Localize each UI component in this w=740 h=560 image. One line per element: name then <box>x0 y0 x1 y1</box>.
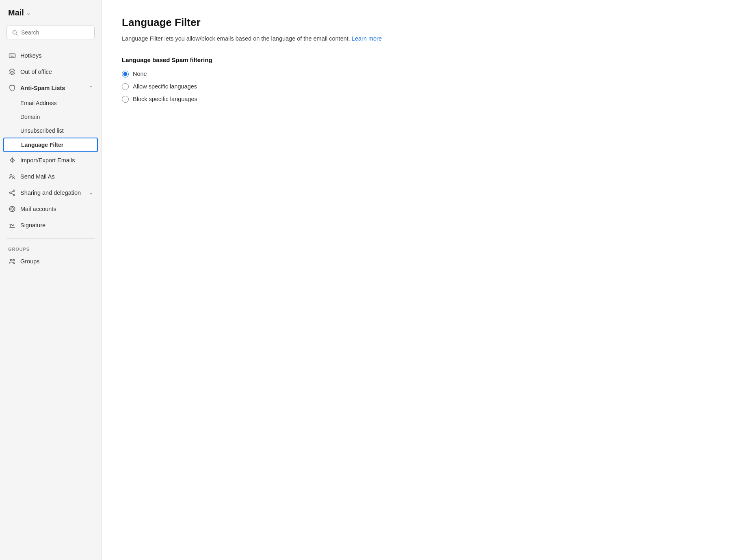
section-title: Language based Spam filtering <box>122 56 720 63</box>
groups-icon <box>8 257 16 265</box>
search-box[interactable] <box>6 26 95 39</box>
sidebar-item-signature-label: Signature <box>20 222 93 228</box>
import-export-icon <box>8 156 16 164</box>
app-title: Mail <box>8 8 24 17</box>
page-title: Language Filter <box>122 16 720 29</box>
svg-line-10 <box>11 191 13 192</box>
search-icon <box>12 30 18 36</box>
svg-line-1 <box>16 34 17 35</box>
sidebar-item-anti-spam-label: Anti-Spam Lists <box>20 85 85 91</box>
sidebar-item-email-address[interactable]: Email Address <box>0 96 101 110</box>
sidebar-item-unsubscribed-list[interactable]: Unsubscribed list <box>0 124 101 138</box>
hotkeys-icon <box>8 52 16 60</box>
sidebar-item-import-export[interactable]: Import/Export Emails <box>0 152 101 168</box>
sidebar-item-anti-spam[interactable]: Anti-Spam Lists ⌃ <box>0 80 101 96</box>
sidebar-item-send-mail-as[interactable]: Send Mail As <box>0 168 101 185</box>
radio-block-label: Block specific languages <box>133 96 197 102</box>
sidebar-item-sharing-delegation[interactable]: Sharing and delegation ⌄ <box>0 185 101 201</box>
sidebar-item-hotkeys[interactable]: Hotkeys <box>0 47 101 64</box>
learn-more-link[interactable]: Learn more <box>352 35 382 42</box>
out-of-office-icon <box>8 68 16 76</box>
radio-option-block[interactable]: Block specific languages <box>122 96 720 103</box>
sidebar-item-send-mail-as-label: Send Mail As <box>20 173 93 180</box>
svg-line-11 <box>11 193 13 194</box>
sidebar-item-domain[interactable]: Domain <box>0 110 101 124</box>
sidebar-item-mail-accounts-label: Mail accounts <box>20 206 93 212</box>
sidebar-item-hotkeys-label: Hotkeys <box>20 52 93 59</box>
signature-icon <box>8 221 16 229</box>
sidebar-item-out-of-office[interactable]: Out of office <box>0 64 101 80</box>
sidebar: Mail ⌄ Hotkeys Out of office <box>0 0 102 560</box>
radio-allow[interactable] <box>122 83 129 90</box>
radio-block[interactable] <box>122 96 129 103</box>
anti-spam-expand-icon[interactable]: ⌃ <box>89 85 93 91</box>
svg-point-20 <box>11 259 13 261</box>
mail-accounts-icon <box>8 205 16 213</box>
svg-point-21 <box>13 259 15 261</box>
svg-point-5 <box>10 174 12 176</box>
svg-rect-2 <box>9 54 15 58</box>
sharing-delegation-arrow-icon[interactable]: ⌄ <box>89 190 93 196</box>
send-mail-as-icon <box>8 172 16 181</box>
radio-option-allow[interactable]: Allow specific languages <box>122 83 720 90</box>
svg-point-6 <box>13 176 14 177</box>
sidebar-item-signature[interactable]: Signature <box>0 217 101 233</box>
radio-group: None Allow specific languages Block spec… <box>122 71 720 103</box>
radio-none[interactable] <box>122 71 129 78</box>
anti-spam-icon <box>8 84 16 92</box>
sharing-icon <box>8 189 16 197</box>
sidebar-item-language-filter[interactable]: Language Filter <box>3 138 98 152</box>
sidebar-item-mail-accounts[interactable]: Mail accounts <box>0 201 101 217</box>
main-content: Language Filter Language Filter lets you… <box>102 0 740 560</box>
app-title-chevron-icon[interactable]: ⌄ <box>26 10 30 16</box>
radio-none-label: None <box>133 71 147 77</box>
page-description: Language Filter lets you allow/block ema… <box>122 34 720 43</box>
sidebar-item-groups-label: Groups <box>20 258 93 265</box>
svg-point-13 <box>11 208 13 210</box>
sidebar-divider <box>6 238 95 239</box>
groups-section-label: GROUPS <box>0 243 101 253</box>
radio-allow-label: Allow specific languages <box>133 83 197 90</box>
sidebar-item-groups[interactable]: Groups <box>0 253 101 269</box>
sidebar-item-out-of-office-label: Out of office <box>20 69 93 75</box>
search-input[interactable] <box>21 29 89 36</box>
sidebar-header: Mail ⌄ <box>0 8 101 26</box>
sidebar-item-import-export-label: Import/Export Emails <box>20 157 93 164</box>
sidebar-item-sharing-delegation-label: Sharing and delegation <box>20 190 85 196</box>
radio-option-none[interactable]: None <box>122 71 720 78</box>
